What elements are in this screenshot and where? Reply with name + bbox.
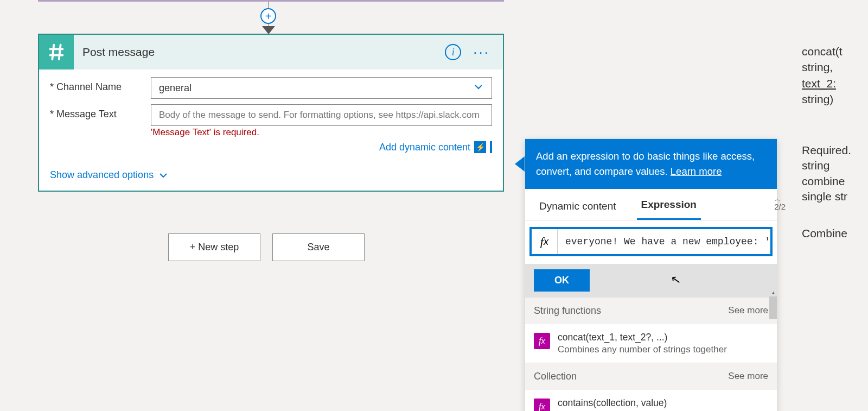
see-more-link[interactable]: See more <box>728 371 768 382</box>
function-contains[interactable]: fx contains(collection, value) <box>525 390 777 412</box>
footer-buttons: + New step Save <box>168 233 365 261</box>
show-advanced-options-link[interactable]: Show advanced options <box>50 169 169 181</box>
previous-step-edge <box>38 0 504 2</box>
section-collection[interactable]: Collection See more <box>525 363 777 390</box>
fx-badge-icon: fx <box>534 333 550 349</box>
channel-name-label: * Channel Name <box>50 77 151 93</box>
channel-name-value: general <box>159 83 192 94</box>
tab-expression[interactable]: Expression <box>637 191 701 220</box>
info-icon[interactable]: i <box>445 44 461 60</box>
section-string-functions[interactable]: String functions See more <box>525 297 777 324</box>
message-text-label: * Message Text <box>50 104 151 120</box>
ok-row: OK ↖ <box>525 264 777 297</box>
fx-badge-icon: fx <box>534 399 550 412</box>
connector-arrowhead <box>262 26 275 34</box>
lightning-icon: ⚡ <box>474 141 486 153</box>
save-button[interactable]: Save <box>272 233 365 261</box>
message-text-placeholder: Body of the message to send. For formatt… <box>159 110 480 121</box>
add-dynamic-content-link[interactable]: Add dynamic content ⚡ <box>379 141 492 153</box>
see-more-link[interactable]: See more <box>728 305 768 316</box>
new-step-button[interactable]: + New step <box>168 233 260 261</box>
card-title: Post message <box>74 46 445 59</box>
add-step-between-button[interactable]: + <box>260 8 276 24</box>
help-signature: concat(t string, text_2: string) <box>802 43 868 108</box>
fx-icon: fx <box>532 229 558 254</box>
post-message-card: Post message i ··· * Channel Name genera… <box>38 34 504 192</box>
dynamic-content-active-bar <box>490 141 492 153</box>
flyout-banner: Add an expression to do basic things lik… <box>525 139 777 189</box>
tab-dynamic-content[interactable]: Dynamic content <box>535 193 621 220</box>
mouse-cursor-icon: ↖ <box>671 273 681 287</box>
slack-hash-icon <box>39 35 74 69</box>
svg-line-2 <box>52 45 54 60</box>
expression-input[interactable]: everyone! We have a new employee: ', ) <box>558 236 770 247</box>
svg-line-3 <box>59 45 61 60</box>
function-title: concat(text_1, text_2?, ...) <box>558 332 727 343</box>
function-desc: Combines any number of strings together <box>558 344 727 355</box>
scrollbar-up-icon[interactable]: ▴ <box>769 288 777 296</box>
more-menu-button[interactable]: ··· <box>473 51 490 53</box>
card-body: * Channel Name general * Message Text Bo… <box>39 69 503 191</box>
flyout-tabs: Dynamic content Expression ︿ 2/2 <box>525 189 777 220</box>
channel-name-select[interactable]: general <box>151 77 492 99</box>
expression-input-row: fx everyone! We have a new employee: ', … <box>529 227 773 256</box>
help-description: Required. string combine single str Comb… <box>802 143 868 242</box>
flyout-pointer <box>515 156 525 172</box>
card-header[interactable]: Post message i ··· <box>39 35 503 69</box>
scrollbar-thumb[interactable] <box>769 296 777 319</box>
section-label: String functions <box>534 305 601 317</box>
chevron-down-icon <box>158 170 169 181</box>
function-title: contains(collection, value) <box>558 397 667 409</box>
ok-button[interactable]: OK <box>534 269 590 292</box>
function-concat[interactable]: fx concat(text_1, text_2?, ...) Combines… <box>525 324 777 363</box>
chevron-down-icon <box>473 81 484 95</box>
learn-more-link[interactable]: Learn more <box>671 166 722 177</box>
message-text-error: 'Message Text' is required. <box>151 127 492 138</box>
nav-count: 2/2 <box>774 202 786 211</box>
message-text-input[interactable]: Body of the message to send. For formatt… <box>151 104 492 126</box>
expression-flyout: Add an expression to do basic things lik… <box>525 138 777 411</box>
message-text-row: * Message Text Body of the message to se… <box>50 104 492 153</box>
section-label: Collection <box>534 371 577 382</box>
channel-name-row: * Channel Name general <box>50 77 492 99</box>
